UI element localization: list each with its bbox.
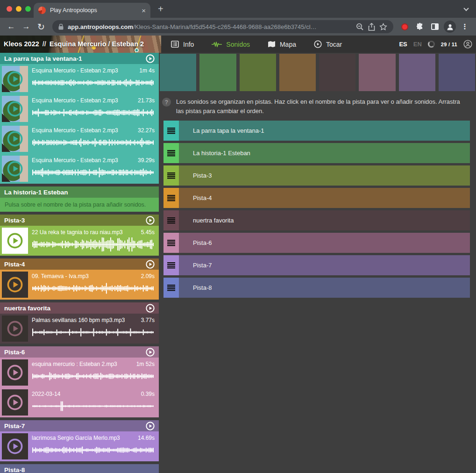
clip-thumbnail[interactable] — [2, 272, 28, 298]
clip-thumbnail[interactable] — [2, 96, 28, 122]
clip-play-button[interactable] — [7, 131, 23, 147]
track-play-button[interactable] — [146, 422, 155, 430]
clip-row[interactable]: Esquina Mercurio - Esteban 2.mp321.73s — [0, 94, 159, 124]
tab-search-chevron-icon[interactable] — [464, 7, 469, 11]
url-text[interactable]: app.antropoloops.com/Kleos-Santa-Marina/… — [68, 23, 352, 30]
clip-row[interactable]: 2022-03-140.39s — [0, 387, 159, 417]
clip-play-button[interactable] — [7, 161, 23, 177]
clip-play-button[interactable] — [7, 101, 23, 117]
main-track-row[interactable]: Pista-3 — [163, 165, 470, 186]
track-row-body[interactable]: Pista-8 — [179, 278, 470, 298]
window-close-button[interactable] — [7, 6, 12, 12]
track-play-button[interactable] — [146, 260, 155, 269]
track-drag-handle[interactable] — [163, 233, 179, 253]
reload-button[interactable]: ↻ — [35, 20, 48, 33]
track-row-body[interactable]: Pista-7 — [179, 255, 470, 275]
clip-play-button[interactable] — [7, 277, 23, 293]
clip-row[interactable]: 22 Ua reka te tagnia to rau niau.mp35.45… — [0, 226, 159, 256]
lang-en-button[interactable]: EN — [413, 41, 422, 48]
sidebar-track-header[interactable]: Pista-4 — [0, 258, 159, 270]
track-drag-handle[interactable] — [163, 188, 179, 208]
back-button[interactable]: ← — [5, 20, 18, 33]
clip-thumbnail[interactable] — [2, 126, 28, 152]
track-play-button[interactable] — [146, 54, 155, 63]
clip-thumbnail[interactable] — [2, 156, 28, 182]
track-row-body[interactable]: Pista-4 — [179, 188, 470, 208]
window-zoom-button[interactable] — [25, 6, 31, 12]
tab-tocar[interactable]: Tocar — [307, 36, 353, 53]
recording-extension-icon[interactable] — [401, 23, 408, 30]
bookmark-star-icon[interactable] — [379, 23, 387, 31]
clip-row[interactable]: Esquina Mercurio - Esteban 2.mp332.27s — [0, 124, 159, 154]
sidebar-track-header[interactable]: Pista-3 — [0, 215, 159, 226]
browser-menu-icon[interactable]: ⋮ — [458, 20, 471, 33]
track-play-button[interactable] — [146, 304, 155, 313]
clip-row[interactable]: 09. Temaeva - Iva.mp32.09s — [0, 270, 159, 300]
sidebar-track-header[interactable]: La parra tapa la ventana-1 — [0, 53, 159, 64]
track-drag-handle[interactable] — [163, 143, 179, 163]
profile-avatar[interactable] — [443, 20, 456, 33]
track-row-body[interactable]: nuertra favorita — [179, 210, 470, 230]
clip-thumbnail[interactable] — [2, 66, 28, 92]
track-row-body[interactable]: La historia-1 Esteban — [179, 143, 470, 163]
sidebar-track-header[interactable]: nuertra favorita — [0, 302, 159, 314]
track-drag-handle[interactable] — [163, 278, 179, 298]
main-track-row[interactable]: La parra tapa la ventana-1 — [163, 121, 470, 141]
extensions-puzzle-icon[interactable] — [413, 20, 426, 33]
sidebar-track-header[interactable]: La historia-1 Esteban — [0, 186, 159, 198]
macos-traffic-lights[interactable] — [7, 6, 31, 12]
track-row-body[interactable]: Pista-6 — [179, 233, 470, 253]
clip-play-button[interactable] — [7, 321, 23, 337]
color-swatch — [279, 54, 316, 91]
forward-button[interactable]: → — [20, 20, 33, 33]
track-drag-handle[interactable] — [163, 121, 179, 141]
track-row-body[interactable]: Pista-3 — [179, 165, 470, 186]
tab-close-icon[interactable]: × — [142, 7, 146, 14]
track-name: Pista-8 — [4, 466, 155, 473]
share-icon[interactable] — [368, 23, 375, 31]
clip-thumbnail[interactable] — [2, 228, 28, 254]
new-tab-button[interactable]: + — [158, 4, 163, 14]
clip-thumbnail[interactable] — [2, 433, 28, 459]
tab-info[interactable]: Info — [164, 36, 205, 53]
main-track-row[interactable]: La historia-1 Esteban — [163, 143, 470, 163]
track-row-label: nuertra favorita — [193, 217, 234, 224]
clip-thumbnail[interactable] — [2, 315, 28, 342]
clip-play-button[interactable] — [7, 71, 23, 87]
sidebar-track-header[interactable]: Pista-8 — [0, 464, 159, 473]
track-play-button[interactable] — [146, 348, 155, 357]
tab-sonidos[interactable]: Sonidos — [205, 36, 261, 53]
track-play-button[interactable] — [146, 216, 155, 225]
track-drag-handle[interactable] — [163, 255, 179, 275]
clip-thumbnail[interactable] — [2, 359, 28, 386]
clip-thumbnail[interactable] — [2, 389, 28, 416]
window-minimize-button[interactable] — [16, 6, 21, 12]
main-track-row[interactable]: nuertra favorita — [163, 210, 470, 230]
main-track-row[interactable]: Pista-8 — [163, 278, 470, 298]
address-bar[interactable]: app.antropoloops.com/Kleos-Santa-Marina/… — [52, 20, 393, 33]
clip-row[interactable]: lacrimosa Sergio García Merlo.mp314.69s — [0, 431, 159, 461]
main-track-row[interactable]: Pista-6 — [163, 233, 470, 253]
side-panel-icon[interactable] — [428, 20, 441, 33]
clip-row[interactable]: Esquina Mercurio - Esteban 2.mp31m 4s — [0, 64, 159, 94]
main-track-row[interactable]: Pista-4 — [163, 188, 470, 208]
tab-mapa[interactable]: Mapa — [261, 36, 307, 53]
track-drag-handle[interactable] — [163, 210, 179, 230]
clip-row[interactable]: Esquina Mercurio - Esteban 2.mp339.29s — [0, 154, 159, 184]
account-icon[interactable] — [463, 40, 472, 49]
track-drag-handle[interactable] — [163, 165, 179, 186]
track-color-swatches — [160, 54, 475, 91]
sidebar-track-header[interactable]: Pista-7 — [0, 420, 159, 431]
clip-play-button[interactable] — [7, 394, 23, 410]
zoom-out-icon[interactable] — [356, 23, 364, 31]
clip-play-button[interactable] — [7, 365, 23, 380]
clip-row[interactable]: Palmas sevillanas 160 bpm mp3.mp33.77s — [0, 314, 159, 344]
browser-tab[interactable]: Play Antropoloops × — [34, 3, 150, 18]
clip-play-button[interactable] — [7, 233, 23, 249]
sidebar-track-header[interactable]: Pista-6 — [0, 346, 159, 358]
clip-play-button[interactable] — [7, 438, 23, 454]
track-row-body[interactable]: La parra tapa la ventana-1 — [179, 121, 470, 141]
main-track-row[interactable]: Pista-7 — [163, 255, 470, 275]
clip-row[interactable]: esquina mercurio : Esteban 2.mp31m 52s — [0, 358, 159, 387]
lang-es-button[interactable]: ES — [399, 41, 407, 48]
